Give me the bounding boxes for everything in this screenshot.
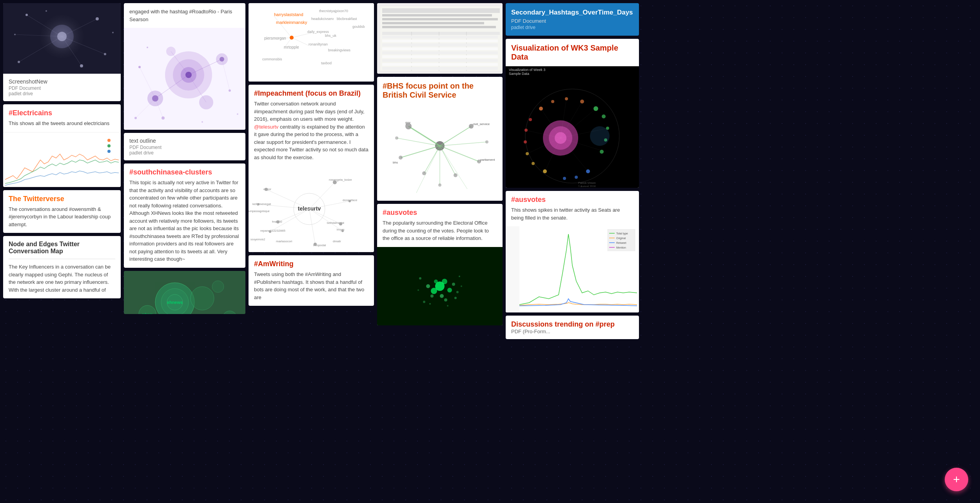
wk3-header: Visualization of WK3 Sample Data — [506, 39, 639, 66]
doc-image-area — [377, 3, 503, 74]
svg-point-194 — [524, 140, 527, 143]
svg-rect-114 — [382, 8, 500, 13]
svg-point-171 — [423, 301, 425, 303]
svg-text:ronaniltynan: ronaniltynan — [309, 42, 328, 46]
impeachment-text: Twitter conversation network around #imp… — [254, 100, 368, 161]
svg-text:bhs: bhs — [393, 161, 398, 164]
ausvotes-spikes-body: #ausvotes This shows spikes in twitter a… — [506, 191, 639, 226]
svg-point-166 — [440, 294, 444, 298]
svg-rect-129 — [382, 59, 498, 62]
column-1: ScreenshotNew PDF Document padlet drive … — [3, 3, 121, 500]
hashtag-labels-card: harryslaststand markleinmansky thecnisty… — [249, 3, 374, 82]
twitterverse-card: The Twitterverse The conversations aroun… — [3, 190, 121, 233]
svg-point-107 — [348, 200, 351, 202]
ausvotes-col4-card: #ausvotes The popularity surrounding the… — [377, 204, 503, 325]
svg-text:Original: Original — [616, 237, 626, 240]
svg-rect-124 — [382, 40, 498, 42]
amwriting-card: #AmWriting Tweets using both the #AmWrit… — [249, 255, 374, 306]
svg-text:markleinmansky: markleinmansky — [276, 20, 307, 25]
svg-point-192 — [532, 162, 535, 165]
ausvotes-col4-title: #ausvotes — [383, 209, 497, 217]
twitterverse-title: The Twitterverse — [9, 195, 115, 203]
text-outline-subtitle: text outline — [129, 138, 240, 144]
svg-text:gov: gov — [405, 121, 410, 124]
ausvotes-col4-body: #ausvotes The popularity surrounding the… — [377, 204, 503, 247]
secondary-hashtags-source: padlet drive — [511, 25, 633, 30]
svg-rect-123 — [382, 36, 498, 38]
svg-point-151 — [395, 136, 398, 140]
impeachment-title: #Impeachment (focus on Brazil) — [254, 89, 368, 98]
svg-point-10 — [25, 14, 28, 16]
electricains-title: #Electricains — [9, 109, 115, 117]
svg-point-19 — [107, 139, 111, 142]
svg-point-150 — [454, 173, 457, 177]
svg-point-147 — [399, 156, 403, 160]
network-graph-image — [3, 3, 121, 74]
node-edges-body: Node and Edges Twitter Conversation Map … — [3, 236, 121, 298]
svg-point-163 — [434, 280, 438, 283]
southchinasea-text: This topic is actually not very active i… — [129, 179, 240, 263]
svg-point-173 — [456, 291, 459, 293]
svg-rect-116 — [382, 18, 498, 20]
discussions-prep-subtitle: PDF (Pro-Form... — [511, 329, 633, 334]
roadtorio-text: engaged with the hashtag #RoadtoRio - Pa… — [129, 8, 240, 23]
svg-point-196 — [529, 118, 532, 121]
amwriting-text: Tweets using both the #AmWriting and #Pu… — [254, 271, 368, 301]
svg-text:bhs_uk: bhs_uk — [325, 34, 337, 38]
svg-text:mrtopple: mrtopple — [284, 45, 299, 49]
southchinasea-card: #southchinasea-clusters This topic is ac… — [124, 163, 245, 268]
secondary-hashtags-card: Secondary_Hashtags_OverTime_Days PDF Doc… — [506, 3, 639, 36]
svg-rect-215 — [506, 226, 519, 312]
svg-text:parliament: parliament — [480, 158, 495, 162]
svg-text:Retweet: Retweet — [616, 242, 626, 244]
fab-add-button[interactable]: + — [945, 468, 968, 491]
svg-point-176 — [461, 285, 462, 287]
wk3-label1: Visualization of Week 3 — [509, 68, 545, 72]
svg-text:umpassagotoque: umpassagotoque — [249, 210, 270, 213]
amwriting-body: #AmWriting Tweets using both the #AmWrit… — [249, 255, 374, 306]
svg-point-160 — [431, 288, 437, 294]
svg-point-172 — [459, 276, 460, 277]
svg-rect-128 — [382, 55, 498, 58]
svg-rect-117 — [382, 22, 484, 24]
svg-text:taxbod: taxbod — [321, 61, 332, 65]
svg-point-12 — [104, 53, 106, 55]
svg-point-104 — [265, 188, 268, 191]
ausvotes-spike-chart: Total type Original Retweet Mention — [506, 226, 639, 312]
electricains-card: #Electricains This shows all the tweets … — [3, 104, 121, 187]
impeachment-network: telesurtv etejor rosangela_bolze kellyme… — [249, 166, 374, 252]
svg-point-108 — [276, 220, 279, 223]
column-5: Secondary_Hashtags_OverTime_Days PDF Doc… — [506, 3, 639, 500]
svg-point-164 — [426, 284, 430, 288]
fab-plus-icon: + — [953, 473, 960, 486]
svg-text:telesurtv: telesurtv — [298, 205, 321, 212]
svg-point-112 — [314, 243, 317, 246]
svg-text:breakingviews: breakingviews — [328, 48, 351, 52]
ausvotes-col4-text: The popularity surrounding the Electoral… — [383, 219, 497, 242]
svg-point-177 — [417, 289, 419, 291]
node-edges-card: Node and Edges Twitter Conversation Map … — [3, 236, 121, 298]
secondary-hashtags-type: PDF Document — [511, 18, 633, 24]
electricains-text: This shows all the tweets around electri… — [9, 120, 115, 127]
svg-point-165 — [452, 283, 455, 286]
svg-text:Patrick Vinson: Patrick Vinson — [578, 182, 596, 184]
svg-point-149 — [422, 171, 426, 175]
svg-text:1 August 2016: 1 August 2016 — [578, 185, 596, 187]
svg-point-55 — [212, 281, 224, 292]
text-outline-type: PDF Document — [129, 145, 240, 150]
node-edges-title: Node and Edges Twitter Conversation Map — [9, 241, 115, 255]
svg-point-152 — [485, 140, 488, 143]
svg-point-153 — [438, 183, 441, 187]
node-edges-text: The Key Influencers in a conversation ca… — [9, 263, 115, 294]
cluster-bubbles-card: xhnews pdcom — [124, 271, 245, 314]
secondary-hashtags-body: Secondary_Hashtags_OverTime_Days PDF Doc… — [506, 3, 639, 36]
ausvotes-spikes-card: #ausvotes This shows spikes in twitter a… — [506, 191, 639, 312]
svg-point-189 — [575, 176, 578, 179]
column-2: engaged with the hashtag #RoadtoRio - Pa… — [124, 3, 245, 500]
svg-point-110 — [269, 231, 271, 233]
roadtorio-card: engaged with the hashtag #RoadtoRio - Pa… — [124, 3, 245, 130]
wk3-title: Visualization of WK3 Sample Data — [511, 44, 633, 62]
svg-point-13 — [18, 61, 20, 63]
svg-rect-119 — [382, 32, 500, 35]
southchinasea-title: #southchinasea-clusters — [129, 168, 240, 176]
